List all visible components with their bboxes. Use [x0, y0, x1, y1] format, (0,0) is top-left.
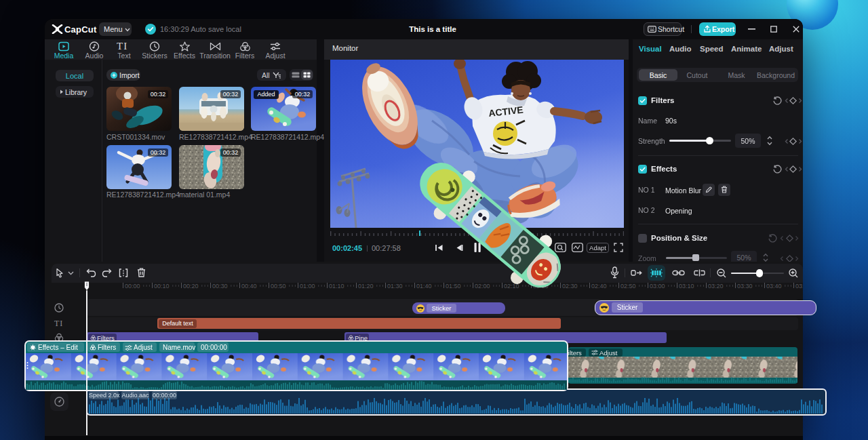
svg-text:02:40: 02:40 — [591, 283, 607, 289]
svg-text:01:10: 01:10 — [329, 283, 344, 289]
svg-text:01:00: 01:00 — [300, 283, 315, 289]
svg-text:00:10: 00:10 — [154, 283, 170, 289]
svg-text:01:30: 01:30 — [387, 283, 403, 289]
svg-text:00:30: 00:30 — [212, 283, 228, 289]
svg-text:03:30: 03:30 — [737, 283, 753, 289]
svg-text:02:50: 02:50 — [620, 283, 636, 289]
svg-text:00:40: 00:40 — [241, 283, 257, 289]
svg-text:01:20: 01:20 — [358, 283, 374, 289]
svg-text:00:50: 00:50 — [271, 283, 286, 289]
svg-text:00:20: 00:20 — [183, 283, 199, 289]
svg-text:03:50: 03:50 — [795, 283, 803, 289]
svg-text:00:00: 00:00 — [125, 283, 140, 289]
svg-text:03:40: 03:40 — [766, 283, 782, 289]
svg-text:03:10: 03:10 — [679, 283, 694, 289]
svg-text:03:20: 03:20 — [708, 283, 724, 289]
svg-text:03:00: 03:00 — [650, 283, 665, 289]
